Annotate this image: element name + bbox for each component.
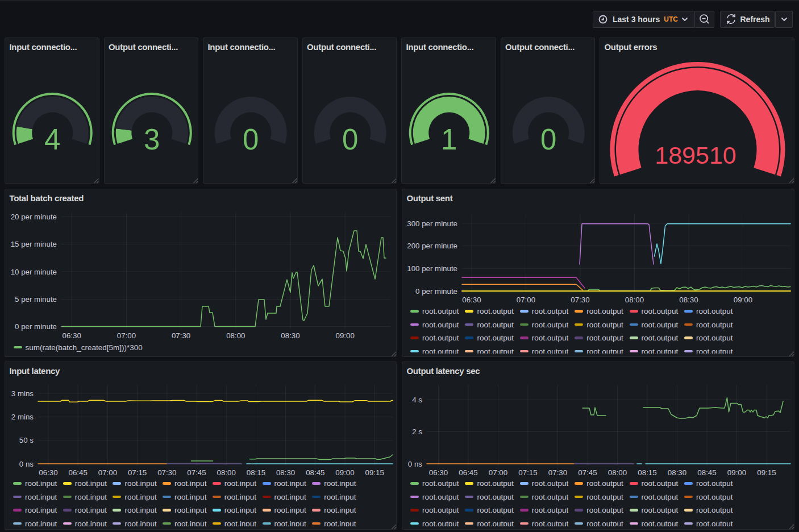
svg-text:0: 0 — [243, 123, 259, 156]
svg-text:3: 3 — [144, 123, 160, 156]
svg-text:189510: 189510 — [655, 142, 736, 169]
svg-text:0: 0 — [540, 123, 556, 156]
svg-text:0: 0 — [342, 123, 358, 156]
svg-text:4: 4 — [44, 123, 60, 156]
svg-text:1: 1 — [441, 123, 457, 156]
